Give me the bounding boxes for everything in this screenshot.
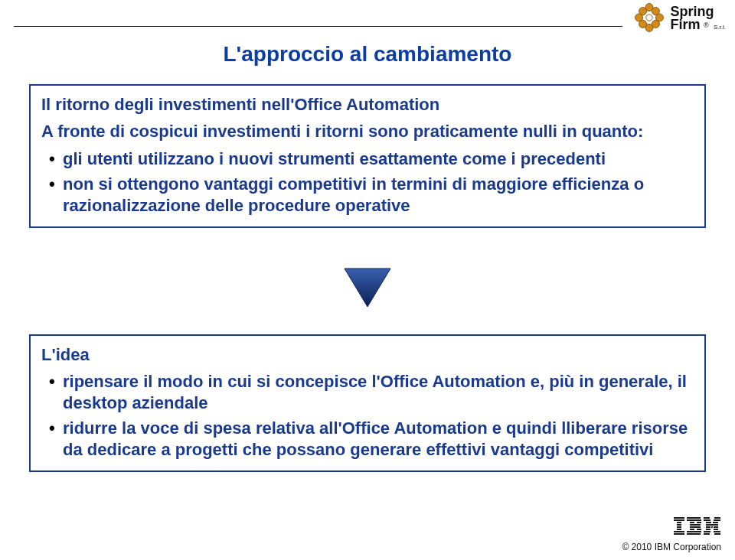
svg-rect-36	[711, 526, 713, 528]
svg-rect-22	[690, 524, 701, 526]
svg-rect-39	[714, 529, 718, 530]
svg-rect-25	[697, 529, 701, 530]
svg-rect-26	[687, 531, 701, 532]
box1-bullets: gli utenti utilizzano i nuovi strumenti …	[41, 148, 694, 217]
svg-rect-35	[706, 526, 710, 528]
box-idea: L'idea ripensare il modo in cui si conce…	[29, 334, 706, 472]
list-item: ripensare il modo in cui si concepisce l…	[46, 371, 694, 413]
svg-rect-11	[674, 519, 684, 521]
svg-rect-21	[697, 522, 701, 523]
svg-rect-42	[704, 533, 710, 535]
svg-rect-18	[687, 517, 701, 519]
svg-rect-12	[677, 522, 681, 523]
svg-rect-29	[714, 517, 720, 519]
horizontal-rule	[14, 26, 622, 27]
ibm-logo-icon	[674, 517, 721, 539]
svg-rect-17	[674, 533, 684, 535]
svg-rect-33	[713, 522, 718, 523]
svg-point-8	[646, 15, 652, 21]
svg-point-5	[652, 8, 660, 15]
list-item: gli utenti utilizzano i nuovi strumenti …	[46, 148, 694, 170]
box2-heading: L'idea	[41, 345, 694, 365]
flower-icon	[633, 2, 665, 34]
svg-rect-43	[714, 533, 720, 535]
svg-rect-27	[687, 533, 701, 535]
box1-heading: Il ritorno degli investimenti nell'Offic…	[41, 95, 694, 115]
svg-rect-30	[704, 519, 710, 521]
svg-marker-9	[345, 269, 390, 307]
svg-rect-20	[690, 522, 694, 523]
svg-rect-31	[714, 519, 720, 521]
svg-rect-24	[690, 529, 694, 530]
svg-rect-41	[714, 531, 720, 532]
svg-rect-40	[704, 531, 710, 532]
brand-logo: Spring Firm ® S.r.l.	[633, 2, 726, 34]
svg-rect-15	[677, 529, 681, 530]
down-arrow	[0, 265, 735, 312]
svg-rect-16	[674, 531, 684, 532]
svg-rect-37	[714, 526, 718, 528]
slide-title: L'approccio al cambiamento	[0, 42, 735, 67]
brand-sub: Firm	[670, 17, 700, 32]
copyright-text: © 2010 IBM Corporation	[622, 542, 721, 552]
brand-srl: S.r.l.	[714, 24, 726, 31]
brand-text: Spring Firm ® S.r.l.	[670, 5, 726, 32]
brand-sub-line: Firm ® S.r.l.	[670, 18, 726, 32]
list-item: ridurre la voce di spesa relativa all'Of…	[46, 418, 694, 460]
list-item: non si ottengono vantaggi competitivi in…	[46, 174, 694, 216]
svg-rect-10	[674, 517, 684, 519]
svg-rect-23	[690, 526, 701, 528]
slide: Spring Firm ® S.r.l. L'approccio al camb…	[0, 0, 735, 560]
svg-point-6	[639, 20, 647, 28]
svg-rect-32	[706, 522, 711, 523]
box-investments: Il ritorno degli investimenti nell'Offic…	[29, 84, 706, 228]
svg-rect-13	[677, 524, 681, 526]
svg-point-4	[639, 8, 647, 15]
svg-rect-19	[687, 519, 701, 521]
svg-rect-38	[706, 529, 710, 530]
box1-subline: A fronte di cospicui investimenti i rito…	[41, 121, 694, 142]
box2-bullets: ripensare il modo in cui si concepisce l…	[41, 371, 694, 460]
svg-rect-34	[706, 524, 718, 526]
slide-footer: © 2010 IBM Corporation	[622, 517, 721, 552]
svg-rect-14	[677, 526, 681, 528]
svg-rect-28	[704, 517, 710, 519]
svg-point-7	[652, 20, 660, 28]
brand-reg: ®	[704, 21, 709, 29]
